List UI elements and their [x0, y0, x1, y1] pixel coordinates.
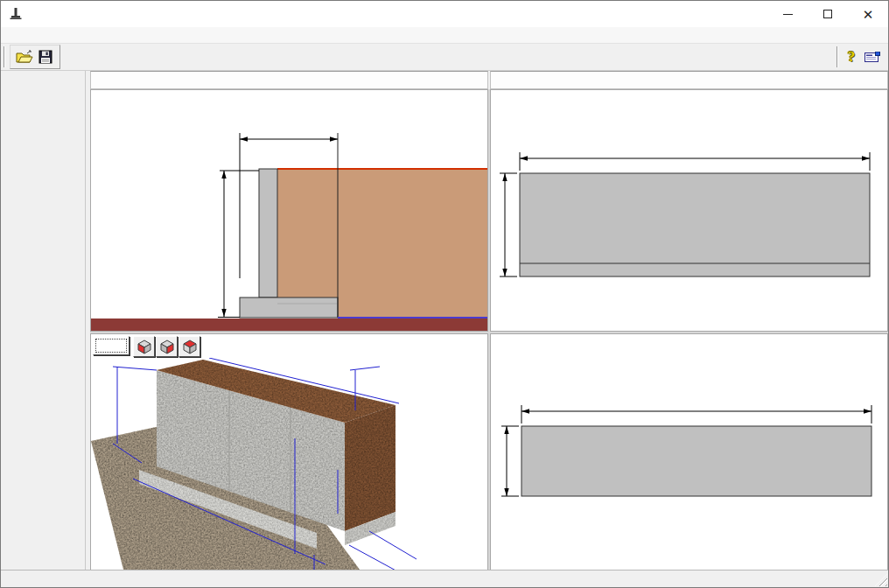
minimize-icon — [783, 14, 793, 15]
plan-view-panel — [490, 333, 888, 571]
app-window: ✕ — [0, 0, 889, 588]
open-folder-icon — [16, 50, 33, 64]
open-file-button[interactable] — [14, 47, 35, 66]
front-view-drawing — [491, 90, 888, 331]
resize-grip[interactable] — [875, 574, 887, 586]
front-view-panel — [490, 89, 888, 332]
help-icon: ? — [848, 48, 856, 66]
side-view-panel — [90, 89, 488, 332]
title-bar: ✕ — [1, 1, 888, 27]
view-cube-top-button[interactable] — [178, 336, 200, 357]
model-3d-drawing — [91, 358, 487, 571]
comment-field — [490, 71, 888, 89]
front-wall-face — [520, 173, 870, 276]
save-button[interactable] — [35, 47, 56, 66]
view-3d-panel — [90, 333, 488, 571]
close-button[interactable]: ✕ — [848, 1, 888, 27]
side-view-drawing — [91, 90, 487, 331]
status-bar — [1, 570, 888, 587]
close-icon: ✕ — [863, 8, 874, 21]
toolbar-separator — [4, 46, 5, 67]
soil-region — [277, 169, 487, 318]
help-button[interactable]: ? — [841, 47, 862, 66]
mail-icon — [864, 52, 880, 63]
view-cube-left-button[interactable] — [133, 336, 155, 357]
mail-button[interactable] — [862, 47, 883, 66]
menu-bar — [1, 27, 888, 44]
wall-footing — [240, 298, 338, 318]
cube-left-icon — [136, 339, 152, 354]
maximize-button[interactable] — [808, 1, 848, 27]
title-field — [90, 71, 488, 89]
minimize-button[interactable] — [767, 1, 808, 27]
save-icon — [38, 50, 52, 64]
view-3d-button[interactable] — [93, 336, 130, 355]
cube-right-icon — [159, 339, 175, 354]
view-cube-right-button[interactable] — [156, 336, 178, 357]
maximize-icon — [823, 10, 832, 18]
soil-end-3d — [345, 405, 396, 531]
sidebar — [1, 71, 86, 571]
plan-footing-face — [522, 426, 872, 496]
app-icon — [8, 6, 24, 22]
cube-top-icon — [182, 339, 198, 354]
toolbar: ? — [1, 44, 888, 71]
ground-strip — [91, 318, 487, 331]
plan-view-drawing — [491, 334, 888, 570]
toolbar-separator — [836, 46, 838, 67]
wall-stem — [259, 169, 277, 298]
